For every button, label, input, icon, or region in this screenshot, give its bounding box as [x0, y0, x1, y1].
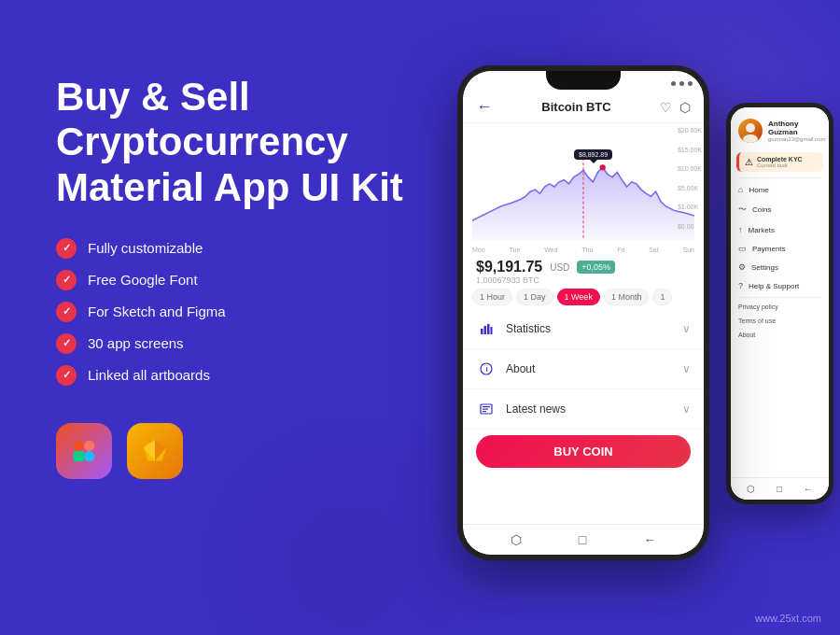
figma-icon: [67, 434, 101, 468]
chart-area: $20.00K $15.00K $10.00K $5.00K $1.00K $0…: [463, 123, 704, 245]
svg-rect-19: [483, 409, 488, 410]
svg-point-22: [743, 134, 758, 143]
feature-text: Fully customizable: [88, 240, 203, 256]
side-nav-payments[interactable]: ▭ Payments: [731, 239, 829, 258]
settings-nav-label: Settings: [751, 263, 778, 272]
user-name: Anthony Guzman: [768, 120, 825, 136]
help-nav-icon: ?: [738, 281, 743, 290]
left-panel: Buy & Sell Cryptocurrency Material App U…: [56, 75, 411, 479]
user-info: Anthony Guzman guzman33@gmail.com: [768, 120, 825, 142]
side-nav-icon-2[interactable]: □: [777, 484, 782, 494]
news-icon: [476, 399, 497, 419]
privacy-policy-link[interactable]: Privacy policy: [731, 300, 829, 314]
about-link[interactable]: About: [731, 328, 829, 342]
statistics-label: Statistics: [506, 322, 673, 335]
home-nav-icon: ⌂: [738, 185, 743, 194]
kyc-text: Complete KYC Current task: [757, 156, 803, 168]
y-label-6: $0.00: [678, 223, 702, 230]
sketch-icon: [138, 434, 172, 468]
check-icon: ✓: [56, 238, 77, 259]
latest-news-section[interactable]: Latest news ∨: [463, 389, 704, 430]
kyc-banner[interactable]: ⚠ Complete KYC Current task: [736, 152, 823, 172]
side-nav-icon-1[interactable]: ⬡: [747, 484, 755, 494]
payments-nav-label: Payments: [752, 245, 786, 253]
nav-recents-icon[interactable]: ←: [643, 532, 656, 547]
heart-icon[interactable]: ♡: [660, 100, 672, 115]
status-dot-1: [671, 81, 676, 86]
nav-divider-2: [738, 297, 821, 298]
svg-rect-18: [483, 406, 490, 407]
svg-point-21: [746, 123, 755, 133]
buy-coin-button[interactable]: BUY COIN: [476, 435, 691, 468]
svg-rect-5: [74, 451, 84, 461]
phone-nav-bar: ⬡ □ ←: [463, 524, 704, 555]
features-list: ✓Fully customizable✓Free Google Font✓For…: [56, 238, 411, 386]
nav-back-icon[interactable]: ⬡: [511, 532, 522, 547]
news-chevron: ∨: [682, 402, 691, 416]
watermark: www.25xt.com: [755, 613, 821, 624]
coins-nav-icon: 〜: [738, 204, 747, 216]
sketch-icon-box: [127, 423, 183, 479]
side-header: Anthony Guzman guzman33@gmail.com: [731, 107, 829, 148]
side-bottom-nav: ⬡ □ ←: [731, 477, 829, 500]
back-arrow-icon[interactable]: ←: [476, 97, 493, 117]
kyc-title: Complete KYC: [757, 156, 803, 162]
svg-rect-20: [483, 411, 486, 412]
price-chart: [472, 129, 694, 245]
phone-main: ← Bitcoin BTC ♡ ⬡ $20.00K $15.00K $10.00…: [457, 65, 709, 560]
time-1hour[interactable]: 1 Hour: [472, 289, 512, 305]
about-chevron: ∨: [682, 362, 691, 375]
price-value: $9,191.75: [476, 259, 542, 275]
y-label-2: $15.00K: [678, 147, 702, 153]
svg-point-4: [84, 451, 94, 461]
side-nav-help[interactable]: ? Help & Support: [731, 276, 829, 295]
side-nav-home[interactable]: ⌂ Home: [731, 180, 829, 199]
figma-icon-box: [56, 423, 112, 479]
nav-divider-1: [738, 177, 821, 178]
share-icon[interactable]: ⬡: [679, 100, 691, 115]
phone-screen: ← Bitcoin BTC ♡ ⬡ $20.00K $15.00K $10.00…: [463, 71, 704, 555]
side-nav-coins[interactable]: 〜 Coins: [731, 199, 829, 220]
svg-rect-12: [484, 326, 487, 334]
nav-home-icon[interactable]: □: [579, 532, 586, 547]
statistics-icon: [476, 318, 497, 339]
settings-nav-icon: ⚙: [738, 262, 746, 272]
price-change-badge: +0,05%: [577, 261, 615, 274]
statistics-section[interactable]: Statistics ∨: [463, 309, 704, 349]
side-nav-markets[interactable]: ↑ Markets: [731, 220, 829, 239]
time-more[interactable]: 1: [652, 289, 672, 305]
about-label: About: [506, 362, 673, 375]
status-dot-2: [679, 81, 684, 86]
coins-nav-label: Coins: [752, 205, 771, 214]
feature-text: Free Google Font: [88, 272, 198, 288]
side-nav-settings[interactable]: ⚙ Settings: [731, 258, 829, 276]
latest-news-label: Latest news: [506, 402, 673, 416]
svg-text:i: i: [486, 365, 488, 374]
main-title: Buy & Sell Cryptocurrency Material App U…: [56, 75, 411, 210]
chart-y-labels: $20.00K $15.00K $10.00K $5.00K $1.00K $0…: [678, 127, 702, 230]
svg-point-10: [600, 164, 606, 170]
check-icon: ✓: [56, 333, 77, 354]
time-1month[interactable]: 1 Month: [604, 289, 650, 305]
svg-rect-13: [487, 324, 490, 334]
side-nav-icon-3[interactable]: ←: [804, 484, 813, 494]
kyc-warning-icon: ⚠: [745, 157, 753, 167]
feature-text: For Sketch and Figma: [88, 303, 226, 319]
time-1day[interactable]: 1 Day: [516, 289, 553, 305]
help-nav-label: Help & Support: [749, 282, 799, 290]
check-icon: ✓: [56, 270, 77, 290]
time-1week[interactable]: 1 Week: [557, 289, 600, 305]
feature-item: ✓For Sketch and Figma: [56, 302, 411, 322]
terms-of-use-link[interactable]: Terms of use: [731, 314, 829, 328]
svg-rect-0: [74, 441, 84, 451]
status-dot-3: [688, 81, 693, 86]
chart-tooltip: $8,892.89: [574, 149, 612, 160]
y-label-4: $5.00K: [678, 185, 702, 191]
phone-header: ← Bitcoin BTC ♡ ⬡: [463, 92, 704, 123]
coin-title: Bitcoin BTC: [500, 100, 652, 114]
price-currency: USD: [550, 262, 569, 273]
about-section[interactable]: i About ∨: [463, 349, 704, 389]
y-label-1: $20.00K: [678, 127, 702, 134]
phone-side-screen: Anthony Guzman guzman33@gmail.com ⚠ Comp…: [731, 107, 829, 500]
kyc-subtitle: Current task: [757, 162, 803, 168]
